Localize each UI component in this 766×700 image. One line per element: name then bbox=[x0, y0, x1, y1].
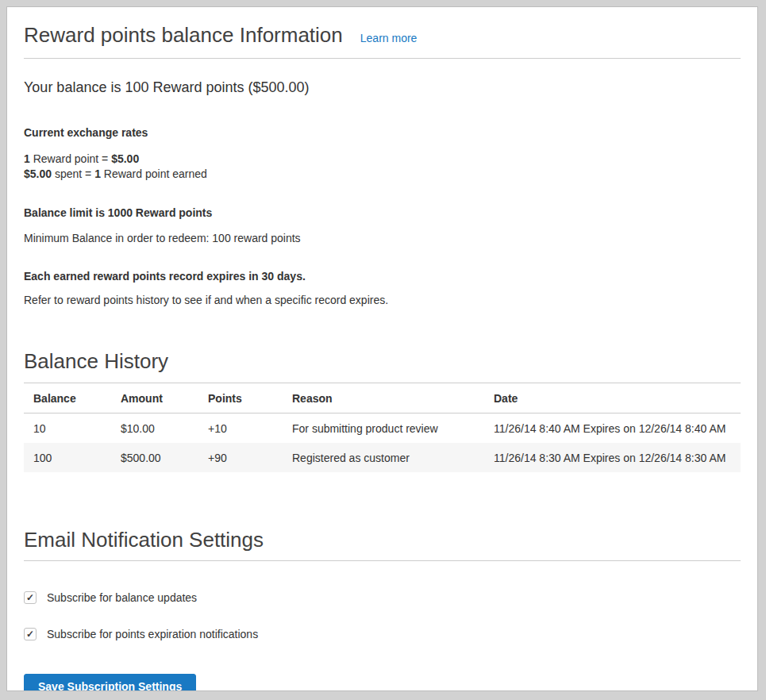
balance-history-table: Balance Amount Points Reason Date 10 $10… bbox=[24, 383, 741, 472]
subscribe-balance-option[interactable]: ✓ Subscribe for balance updates bbox=[24, 591, 741, 604]
save-subscription-settings-button[interactable]: Save Subscription Settings bbox=[24, 674, 196, 691]
email-settings-title: Email Notification Settings bbox=[24, 528, 741, 552]
rate2-suffix: Reward point earned bbox=[101, 167, 207, 180]
cell-reason: For submitting product review bbox=[283, 413, 484, 444]
expiration-note-text: Refer to reward points history to see if… bbox=[24, 294, 741, 306]
balance-summary: Your balance is 100 Reward points ($500.… bbox=[24, 79, 741, 96]
cell-balance: 100 bbox=[24, 443, 111, 472]
subscribe-expiration-option[interactable]: ✓ Subscribe for points expiration notifi… bbox=[24, 628, 741, 640]
table-row: 100 $500.00 +90 Registered as customer 1… bbox=[24, 443, 741, 472]
learn-more-link[interactable]: Learn more bbox=[360, 32, 418, 44]
rate1-value: $5.00 bbox=[111, 152, 139, 165]
cell-amount: $500.00 bbox=[111, 443, 198, 472]
cell-date: 11/26/14 8:40 AM Expires on 12/26/14 8:4… bbox=[484, 413, 741, 444]
cell-points: +90 bbox=[198, 443, 283, 472]
cell-reason: Registered as customer bbox=[283, 443, 484, 472]
expiration-rule-text: Each earned reward points record expires… bbox=[24, 270, 741, 283]
table-header-row: Balance Amount Points Reason Date bbox=[24, 383, 741, 413]
balance-limit-text: Balance limit is 1000 Reward points bbox=[24, 206, 741, 219]
column-header-points: Points bbox=[198, 383, 283, 413]
table-row: 10 $10.00 +10 For submitting product rev… bbox=[24, 413, 741, 444]
balance-history-title: Balance History bbox=[24, 349, 741, 374]
exchange-rate-line-1: 1 Reward point = $5.00 bbox=[24, 152, 741, 167]
exchange-rates-heading: Current exchange rates bbox=[24, 126, 741, 139]
cell-points: +10 bbox=[198, 413, 283, 444]
email-settings-header: Email Notification Settings bbox=[24, 528, 741, 561]
checkbox-checked-icon[interactable]: ✓ bbox=[24, 591, 37, 604]
rate2-text: spent = bbox=[52, 167, 94, 180]
page-header: Reward points balance Information Learn … bbox=[24, 7, 741, 59]
rate2-value: $5.00 bbox=[24, 167, 52, 180]
column-header-amount: Amount bbox=[111, 383, 198, 413]
min-balance-text: Minimum Balance in order to redeem: 100 … bbox=[24, 232, 741, 244]
cell-date: 11/26/14 8:30 AM Expires on 12/26/14 8:3… bbox=[484, 443, 741, 472]
rate1-text: Reward point = bbox=[30, 152, 111, 165]
checkbox-checked-icon[interactable]: ✓ bbox=[24, 628, 37, 640]
column-header-reason: Reason bbox=[283, 383, 484, 413]
checkmark-icon: ✓ bbox=[26, 593, 34, 602]
exchange-rate-line-2: $5.00 spent = 1 Reward point earned bbox=[24, 167, 741, 182]
checkmark-icon: ✓ bbox=[26, 629, 34, 639]
rate1-points: 1 bbox=[24, 152, 30, 165]
cell-balance: 10 bbox=[24, 413, 111, 444]
column-header-date: Date bbox=[484, 383, 741, 413]
rate2-points: 1 bbox=[94, 167, 101, 180]
page-title: Reward points balance Information bbox=[24, 23, 343, 48]
column-header-balance: Balance bbox=[24, 383, 111, 413]
subscribe-balance-label: Subscribe for balance updates bbox=[47, 591, 197, 604]
cell-amount: $10.00 bbox=[111, 413, 198, 444]
exchange-rate-lines: 1 Reward point = $5.00 $5.00 spent = 1 R… bbox=[24, 152, 741, 182]
reward-info-card: Reward points balance Information Learn … bbox=[6, 6, 758, 691]
subscribe-expiration-label: Subscribe for points expiration notifica… bbox=[47, 628, 258, 640]
